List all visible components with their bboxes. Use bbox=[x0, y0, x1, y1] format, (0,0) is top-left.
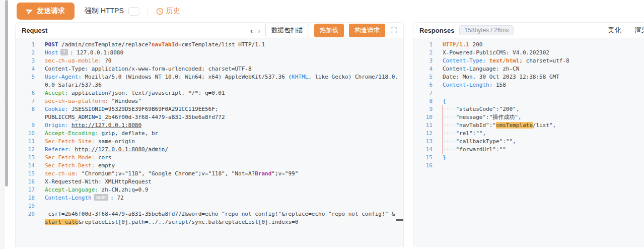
code-line: 19 bbox=[16, 202, 403, 210]
code-segment: "message":"操作成功", bbox=[456, 114, 522, 120]
code-segment: ···· bbox=[443, 122, 456, 129]
code-segment: cmsTemplate bbox=[496, 122, 533, 129]
code-line: 7 bbox=[413, 89, 644, 97]
hot-reload-button[interactable]: 热加载 bbox=[314, 24, 344, 37]
code-segment: Host bbox=[45, 49, 58, 56]
code-line: 0.0 Safari/537.36 bbox=[16, 81, 403, 89]
send-request-button[interactable]: 发送请求 bbox=[17, 3, 75, 20]
force-https-label: 强制 HTTPS bbox=[85, 7, 124, 16]
code-segment: HTTP/1.1 bbox=[443, 41, 469, 48]
code-segment: "rel":"", bbox=[456, 130, 486, 137]
response-panel-title: Responses bbox=[419, 27, 454, 34]
force-https-checkbox[interactable] bbox=[128, 7, 139, 16]
request-panel-header: Request ‹ › 数据包扫描 热加载 构造请求 bbox=[16, 23, 403, 38]
line-number: 6 bbox=[413, 81, 443, 89]
line-number: 10 bbox=[16, 130, 45, 138]
code-line: 14····"forwardUrl":"" bbox=[413, 146, 644, 154]
line-content: ····"navTabId":"cmsTemplate/list", bbox=[443, 121, 556, 130]
line-content: Sec-Fetch-Site: same-origin bbox=[45, 138, 135, 146]
build-request-button[interactable]: 构造请求 bbox=[349, 24, 385, 37]
code-line: 5User-Agent: Mozilla/5.0 (Windows NT 10.… bbox=[16, 73, 403, 81]
code-line: 20_csrf=2b46f00d-3f68-4479-a831-35be6a8f… bbox=[16, 210, 403, 218]
vertical-scrollbar-thumb[interactable] bbox=[5, 0, 8, 186]
history-button[interactable]: 历史 bbox=[156, 7, 180, 16]
code-segment: Content-Language: zh-CN bbox=[443, 66, 519, 72]
code-segment: ; charset=utf-8 bbox=[519, 57, 569, 64]
line-number: 2 bbox=[413, 49, 443, 57]
send-request-label: 发送请求 bbox=[37, 7, 65, 16]
request-panel: Request ‹ › 数据包扫描 热加载 构造请求 1POST /admin/… bbox=[15, 22, 404, 247]
code-segment: } bbox=[443, 154, 446, 161]
line-number: 15 bbox=[413, 154, 443, 162]
code-segment: "callbackType":"", bbox=[456, 138, 516, 145]
next-request-icon[interactable]: › bbox=[258, 27, 260, 34]
line-number: 13 bbox=[413, 138, 443, 146]
code-segment: start calc bbox=[45, 219, 78, 225]
line-content: User-Agent: Mozilla/5.0 (Windows NT 10.0… bbox=[45, 73, 398, 81]
code-segment: ···· bbox=[443, 114, 456, 120]
code-line: 1HTTP/1.1 200 bbox=[413, 41, 644, 49]
code-segment: PUBLICCMS_ADMIN=1_2b46f00d-3f68-4479-a83… bbox=[45, 114, 225, 120]
code-line: 15} bbox=[413, 154, 644, 162]
code-segment: ···· bbox=[443, 106, 456, 112]
toolbar-divider bbox=[148, 8, 148, 15]
code-segment: JSESSIONID=95329D5E39F69B69F0A291CC119EE… bbox=[68, 106, 222, 112]
line-content: Content-Language: zh-CN bbox=[443, 65, 519, 73]
code-segment: sec-ch-ua-platform: bbox=[45, 98, 108, 104]
line-content: Cookie: JSESSIONID=95329D5E39F69B69F0A29… bbox=[45, 105, 222, 113]
line-number: 15 bbox=[16, 170, 45, 178]
code-segment: same-origin bbox=[95, 138, 134, 145]
code-segment: ?0 bbox=[102, 57, 112, 64]
code-line: 13····"callbackType":"", bbox=[413, 138, 644, 146]
code-line: 3Content-Type: text/html; charset=utf-8 bbox=[413, 57, 644, 65]
code-segment: gzip, deflate, br bbox=[98, 130, 158, 137]
sliver-divider bbox=[0, 96, 5, 96]
line-number: 7 bbox=[413, 89, 443, 97]
history-label: 历史 bbox=[166, 7, 180, 16]
prev-request-icon[interactable]: ‹ bbox=[250, 27, 253, 34]
code-line: 17Accept-Language: zh-CN,zh;q=0.9 bbox=[16, 186, 403, 194]
panel-resize-handle[interactable] bbox=[396, 219, 403, 221]
code-line: 6Accept: application/json, text/javascri… bbox=[16, 89, 403, 97]
code-line: start calc&replaceList[0].path=../../scr… bbox=[16, 218, 403, 226]
code-line: 5Date: Mon, 30 Oct 2023 12:38:58 GMT bbox=[413, 73, 644, 81]
code-segment: : 72 bbox=[110, 195, 124, 201]
code-segment: Accept-Encoding: bbox=[45, 130, 98, 137]
code-line: 9····"statusCode":"200", bbox=[413, 105, 644, 113]
code-line: 11Sec-Fetch-Site: same-origin bbox=[16, 138, 403, 146]
code-line: 8Cookie: JSESSIONID=95329D5E39F69B69F0A2… bbox=[16, 105, 403, 113]
line-content: X-Requested-With: XMLHttpRequest bbox=[45, 178, 152, 186]
line-content: sec-ch-ua-platform: "Windows" bbox=[45, 97, 141, 105]
line-number: 3 bbox=[413, 57, 443, 65]
line-content: X-Powered-PublicCMS: V4.0.202302 bbox=[443, 49, 549, 57]
fullscreen-icon[interactable] bbox=[390, 27, 397, 34]
code-segment: Date: Mon, 30 Oct 2023 12:38:58 GMT bbox=[443, 74, 559, 80]
line-number: 19 bbox=[16, 202, 45, 210]
code-segment: http://127.0.0.1:8080 bbox=[71, 122, 141, 129]
code-segment: Sec-Fetch-Dest: bbox=[45, 162, 95, 169]
line-content: Referer: http://127.0.0.1:8080/admin/ bbox=[45, 146, 168, 154]
packet-scan-button[interactable]: 数据包扫描 bbox=[265, 24, 309, 37]
code-line: 16X-Requested-With: XMLHttpRequest bbox=[16, 178, 403, 186]
line-number: 6 bbox=[16, 89, 45, 97]
line-number bbox=[16, 113, 45, 121]
code-segment: X-Requested-With: XMLHttpRequest bbox=[45, 178, 152, 185]
code-segment: _csrf=2b46f00d-3f68-4479-a831-35be6a8fd7… bbox=[45, 211, 395, 217]
line-number: 5 bbox=[16, 73, 45, 81]
main-area: 发送请求 强制 HTTPS 历史 Request ‹ › 数据包扫描 bbox=[9, 0, 644, 249]
code-segment: zh-CN,zh;q=0.9 bbox=[98, 186, 148, 193]
line-number: 12 bbox=[16, 146, 45, 154]
line-content: Host?: 127.0.0.1:8080 bbox=[45, 49, 123, 57]
line-content: Accept-Language: zh-CN,zh;q=0.9 bbox=[45, 186, 148, 194]
response-panel-header: Responses 158bytes / 26ms 美化 渲染 bbox=[413, 23, 644, 38]
code-line: 15sec-ch-ua: "Chromium";v="118", "Google… bbox=[16, 170, 403, 178]
code-segment: "navTabId":" bbox=[456, 122, 496, 129]
beautify-button[interactable]: 美化 bbox=[608, 26, 621, 35]
render-button[interactable]: 渲染 bbox=[634, 26, 644, 35]
request-editor: 1POST /admin/cmsTemplate/replace?navTabI… bbox=[16, 38, 403, 247]
code-segment: =cmsTemplate/list HTTP/1.1 bbox=[178, 41, 265, 48]
line-number: 4 bbox=[413, 65, 443, 73]
code-line: 9Origin: http://127.0.0.1:8080 bbox=[16, 121, 403, 130]
code-segment bbox=[71, 146, 75, 153]
code-line: 12Referer: http://127.0.0.1:8080/admin/ bbox=[16, 146, 403, 154]
